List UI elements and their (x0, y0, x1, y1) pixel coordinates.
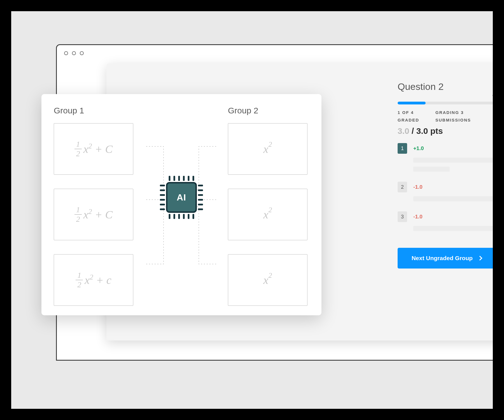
progress-bar (398, 102, 493, 104)
grade-panel: Question 2 GROUP 1 1 OF 4 GRADED GRADING… (398, 81, 493, 269)
rubric-list: 1+1.02-1.03-1.0 (398, 143, 493, 231)
stat-grading-count: GRADING 3 (435, 110, 471, 115)
rubric-number[interactable]: 1 (398, 143, 407, 154)
rubric-item[interactable]: 3-1.0 (398, 211, 493, 231)
group2-title: Group 2 (228, 106, 309, 115)
group2-answers: x2x2x2 (228, 123, 309, 306)
question-title: Question 2 (398, 81, 493, 92)
group1-title: Group 1 (54, 106, 135, 115)
stat-submissions-label: SUBMISSIONS (435, 118, 471, 122)
answer-thumbnail[interactable]: x2 (228, 123, 307, 175)
score-line: 3.0 / 3.0 pts (398, 126, 493, 136)
stat-graded-count: 1 OF 4 (398, 110, 419, 115)
rubric-description-placeholder (413, 196, 493, 201)
answer-thumbnail[interactable]: x2 (228, 189, 307, 240)
answer-thumbnail[interactable]: 12 x2 + C (54, 123, 133, 175)
rubric-points: +1.0 (413, 145, 424, 151)
ai-chip-icon: AI (160, 176, 202, 218)
rubric-number[interactable]: 2 (398, 182, 407, 192)
window-dot (72, 51, 76, 55)
rubric-points: -1.0 (413, 184, 423, 190)
stat-graded-label: GRADED (398, 118, 419, 122)
ai-connector-column: AI (146, 106, 217, 306)
next-button-label: Next Ungraded Group (412, 255, 473, 262)
rubric-description-placeholder (413, 226, 493, 231)
score-separator: / (409, 126, 416, 136)
progress-fill (398, 102, 426, 104)
score-total: 3.0 pts (416, 126, 443, 136)
answer-thumbnail[interactable]: 12 x2 + c (54, 254, 133, 306)
rubric-number[interactable]: 3 (398, 211, 407, 222)
rubric-item[interactable]: 1+1.0 (398, 143, 493, 172)
answer-thumbnail[interactable]: x2 (228, 254, 307, 306)
answer-groups-card: Group 1 12 x2 + C12 x2 + C12 x2 + c (41, 94, 321, 315)
group-badge: GROUP 1 (493, 93, 493, 98)
score-earned: 3.0 (398, 126, 409, 136)
next-ungraded-group-button[interactable]: Next Ungraded Group (398, 248, 493, 269)
rubric-description-placeholder (413, 158, 493, 163)
group1-answers: 12 x2 + C12 x2 + C12 x2 + c (54, 123, 135, 306)
chevron-right-icon (478, 256, 482, 261)
stats-row: 1 OF 4 GRADED GRADING 3 SUBMISSIONS (398, 110, 493, 122)
rubric-points: -1.0 (413, 214, 423, 220)
rubric-item[interactable]: 2-1.0 (398, 182, 493, 201)
window-dot (80, 51, 84, 55)
window-controls (64, 51, 84, 55)
stage: Question 2 GROUP 1 1 OF 4 GRADED GRADING… (11, 11, 493, 409)
answer-thumbnail[interactable]: 12 x2 + C (54, 189, 133, 240)
rubric-description-placeholder (413, 167, 450, 172)
window-dot (64, 51, 68, 55)
ai-chip-label: AI (166, 182, 197, 213)
